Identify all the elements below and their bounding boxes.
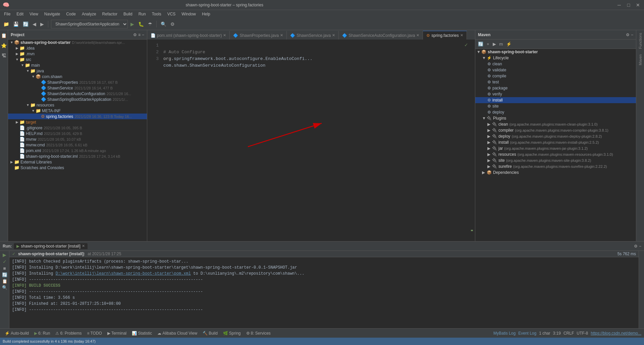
- run-play-btn[interactable]: ▶: [3, 252, 6, 258]
- bottom-services[interactable]: ⚙ 8: Services: [244, 330, 273, 336]
- toolbar-forward-btn[interactable]: ▶: [39, 21, 45, 27]
- tree-item-metainf[interactable]: ▼ 📁 META-INF: [8, 108, 147, 114]
- tree-item-gitignore[interactable]: 📄 .gitignore 2021/1/28 16:05, 395 B: [8, 125, 147, 131]
- right-tab-maven[interactable]: Maven: [637, 52, 644, 68]
- maven-validate[interactable]: ⚙ validate: [475, 67, 636, 73]
- bottom-statistic[interactable]: 📊 Statistic: [130, 330, 154, 336]
- project-icon[interactable]: 📋: [0, 31, 8, 40]
- toolbar-save-btn[interactable]: 💾: [12, 21, 20, 27]
- tree-item-extlibs[interactable]: ▶ 📁 External Libraries: [8, 159, 147, 165]
- menu-tools[interactable]: Tools: [149, 11, 164, 17]
- menu-refactor[interactable]: Refactor: [100, 11, 120, 17]
- maven-lifecycle-btn[interactable]: m: [498, 41, 504, 47]
- coverage-btn[interactable]: ☂: [147, 21, 154, 27]
- tree-item-springfactories[interactable]: ⚙ spring.factories 2021/1/28 16:36, 123 …: [8, 114, 147, 119]
- maven-plugin-surefire[interactable]: ▶ 🔌 surefire (org.apache.maven.plugins:m…: [475, 163, 636, 169]
- maven-plugin-clean[interactable]: ▶ 🔌 clean (org.apache.maven.plugins:mave…: [475, 121, 636, 127]
- tab-shawnsvc-close[interactable]: ✕: [332, 33, 335, 38]
- maven-settings-icon[interactable]: ⚙: [626, 32, 630, 37]
- menu-run[interactable]: Run: [136, 11, 149, 17]
- tree-item-iml[interactable]: 📄 shawn-spring-boot-starter.iml 2021/1/2…: [8, 153, 147, 159]
- event-log-link[interactable]: Event Log: [518, 331, 536, 336]
- bottom-run[interactable]: ▶ 6: Run: [32, 330, 52, 336]
- menu-vcs[interactable]: VCS: [165, 11, 178, 17]
- settings-btn[interactable]: ⚙: [169, 21, 176, 27]
- maven-add-btn[interactable]: +: [485, 41, 491, 47]
- debug-btn[interactable]: 🐛: [137, 21, 145, 27]
- run-settings-icon[interactable]: ⚙: [634, 244, 638, 249]
- maven-refresh-btn[interactable]: 🔄: [477, 41, 485, 47]
- tree-item-idea[interactable]: ▶ 📁 .idea: [8, 45, 147, 51]
- tree-item-mvn[interactable]: ▶ 📁 .mvn: [8, 51, 147, 57]
- maven-site[interactable]: ⚙ site: [475, 103, 636, 109]
- tab-shawnautocfg-close[interactable]: ✕: [416, 33, 419, 38]
- bottom-auto-build[interactable]: ⚡ Auto-build: [3, 330, 31, 336]
- maven-minimize-icon[interactable]: −: [631, 32, 633, 37]
- run-minimize-icon[interactable]: −: [639, 244, 641, 249]
- line-ending-indicator[interactable]: CRLF: [564, 331, 574, 336]
- maven-plugin-resources[interactable]: ▶ 🔌 resources (org.apache.maven.plugins:…: [475, 151, 636, 157]
- run-output[interactable]: [INFO] batch Checked pluginsArtifacts (p…: [9, 257, 639, 328]
- tree-item-shawnautocfg[interactable]: 🔷 ShawnServiceAutoConfiguration 2021/1/2…: [8, 91, 147, 96]
- minimize-button[interactable]: ─: [616, 2, 623, 8]
- maven-dependencies[interactable]: ▶ 📦 Dependencies: [475, 169, 636, 176]
- tree-item-shawnprops[interactable]: 🔷 ShawnProperties 2021/1/28 16:17, 667 B: [8, 79, 147, 85]
- maven-deploy[interactable]: ⚙ deploy: [475, 109, 636, 115]
- structure-icon[interactable]: 🏗: [0, 52, 8, 60]
- bottom-todo[interactable]: ≡ TODO: [85, 330, 104, 336]
- menu-navigate[interactable]: Navigate: [42, 11, 63, 17]
- maven-plugin-compiler[interactable]: ▶ 🔌 compiler (org.apache.maven.plugins:m…: [475, 127, 636, 133]
- menu-build[interactable]: Build: [121, 11, 135, 17]
- run-btn[interactable]: ▶: [129, 21, 136, 27]
- maven-plugins-btn[interactable]: ⚡: [505, 41, 513, 47]
- toolbar-sync-btn[interactable]: 🔄: [21, 21, 30, 27]
- tree-item-shawnsvc[interactable]: 🔷 ShawnService 2021/1/28 16:14, 477 B: [8, 85, 147, 91]
- tree-root[interactable]: ▼ 📦 shawn-spring-boot-starter D:\work\in…: [8, 40, 147, 45]
- tree-item-helpmd[interactable]: 📄 HELP.md 2021/1/28 16:05, 429 B: [8, 131, 147, 136]
- bottom-problems[interactable]: ⚠ 6: Problems: [53, 330, 84, 336]
- tab-shawnprops-close[interactable]: ✕: [280, 33, 283, 38]
- menu-code[interactable]: Code: [63, 11, 78, 17]
- maven-clean[interactable]: ⚙ clean: [475, 61, 636, 67]
- tree-item-java[interactable]: ▼ 📁 java: [8, 68, 147, 74]
- tree-item-pomxml[interactable]: 📄 pom.xml 2021/1/28 17:24, 1.26 kB A min…: [8, 148, 147, 153]
- tree-item-src[interactable]: ▼ 📁 src: [8, 57, 147, 62]
- tree-item-scratches[interactable]: 📁 Scratches and Consoles: [8, 165, 147, 170]
- toolbar-back-btn[interactable]: ◀: [31, 21, 38, 27]
- output-link-pom[interactable]: D:\work\intellij\learn\shawn-spring-boot…: [56, 271, 191, 276]
- tab-springfactories-close[interactable]: ✕: [460, 33, 463, 38]
- bottom-spring[interactable]: 🌿 Spring: [221, 330, 243, 336]
- maximize-button[interactable]: □: [625, 2, 632, 8]
- tab-pomxml-close[interactable]: ✕: [223, 33, 226, 38]
- tree-item-mvnw[interactable]: 📄 mvnw 2021/1/28 16:05, 10.07 kB: [8, 136, 147, 142]
- maven-plugins[interactable]: ▼ 🔌 Plugins: [475, 115, 636, 121]
- tab-pomxml[interactable]: 📄 pom.xml (shawn-spring-boot-starter) ✕: [147, 31, 230, 40]
- project-gear-icon[interactable]: ⚙: [133, 32, 137, 37]
- charset-indicator[interactable]: UTF-8: [577, 331, 588, 336]
- search-btn[interactable]: 🔍: [159, 21, 168, 27]
- project-expand-icon[interactable]: ≡: [138, 32, 141, 37]
- code-editor[interactable]: # Auto Configure org.springframework.boo…: [161, 40, 475, 241]
- maven-plugin-install[interactable]: ▶ 🔌 install (org.apache.maven.plugins:ma…: [475, 139, 636, 145]
- tree-item-mvnwcmd[interactable]: 📄 mvnw.cmd 2021/1/28 16:05, 6.61 kB: [8, 142, 147, 148]
- maven-lifecycle[interactable]: ▼ ⚡ Lifecycle: [475, 55, 636, 61]
- right-tab-functions[interactable]: Functions: [637, 30, 644, 52]
- run-scroll-btn[interactable]: 📋: [2, 279, 7, 284]
- run-tab[interactable]: ▶ shawn-spring-boot-starter [install] ✕: [14, 243, 87, 249]
- project-minimize-icon[interactable]: −: [142, 32, 144, 37]
- maven-run-btn[interactable]: ▶: [491, 41, 497, 47]
- tab-shawnsvc[interactable]: 🔷 ShawnService.java ✕: [287, 31, 339, 40]
- tree-item-target[interactable]: ▶ 📁 target: [8, 119, 147, 125]
- bottom-terminal[interactable]: ▶ Terminal: [105, 330, 128, 336]
- maven-root[interactable]: ▼ 📦 shawn-spring-boot-starter: [475, 49, 636, 55]
- maven-install[interactable]: ⚙ install: [475, 97, 636, 103]
- tree-item-resources[interactable]: ▼ 📁 resources: [8, 102, 147, 108]
- maven-test[interactable]: ⚙ test: [475, 79, 636, 85]
- menu-edit[interactable]: Edit: [14, 11, 26, 17]
- tree-item-comshawn[interactable]: ▼ 📦 com.shawn: [8, 74, 147, 79]
- tab-shawnprops[interactable]: 🔷 ShawnProperties.java ✕: [230, 31, 287, 40]
- tree-item-main[interactable]: ▼ 📁 main: [8, 62, 147, 68]
- menu-window[interactable]: Window: [179, 11, 199, 17]
- maven-plugin-jar[interactable]: ▶ 🔌 jar (org.apache.maven.plugins:maven-…: [475, 145, 636, 151]
- maven-plugin-deploy[interactable]: ▶ 🔌 deploy (org.apache.maven.plugins:mav…: [475, 133, 636, 139]
